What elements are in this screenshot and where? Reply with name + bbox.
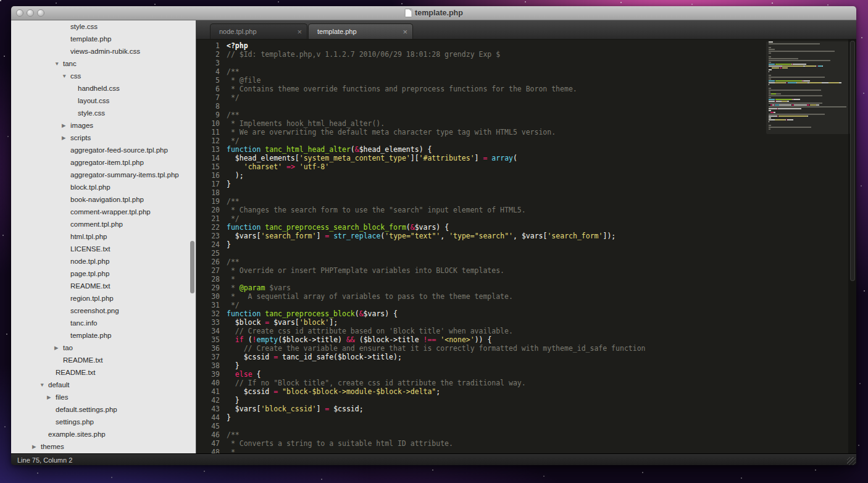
code-line[interactable]: 10 * Implements hook_html_head_alter(). bbox=[196, 119, 856, 128]
code-line[interactable]: 37 $cssid = tanc_id_safe($block->title); bbox=[196, 353, 856, 361]
tree-item-file[interactable]: html.tpl.php bbox=[11, 230, 196, 243]
disclosure-open-icon[interactable]: ▼ bbox=[54, 57, 63, 70]
tree-item-folder[interactable]: ▶files bbox=[11, 391, 196, 403]
code-line[interactable]: 26/** bbox=[196, 258, 856, 266]
tree-item-folder[interactable]: ▶scripts bbox=[11, 132, 196, 144]
close-tab-icon[interactable]: × bbox=[393, 24, 407, 40]
code-line[interactable]: 11 * We are overwriting the default meta… bbox=[196, 128, 856, 136]
code-line[interactable]: 30 * A sequential array of variables to … bbox=[196, 292, 856, 301]
tree-item-file[interactable]: aggregator-summary-items.tpl.php bbox=[11, 169, 196, 181]
code-line[interactable]: 8 bbox=[196, 102, 856, 111]
code-line[interactable]: 27 * Override or insert PHPTemplate vari… bbox=[196, 266, 856, 275]
tree-item-file[interactable]: comment.tpl.php bbox=[11, 218, 196, 230]
code-line[interactable]: 13function tanc_html_head_alter(&$head_e… bbox=[196, 145, 856, 154]
code-line[interactable]: 14 $head_elements['system_meta_content_t… bbox=[196, 154, 856, 162]
tree-item-file[interactable]: tanc.info bbox=[11, 317, 196, 329]
tree-item-folder[interactable]: ▶tao bbox=[11, 342, 196, 354]
code-line[interactable]: 5 * @file bbox=[196, 76, 856, 85]
tree-item-file[interactable]: README.txt bbox=[11, 366, 196, 379]
close-tab-icon[interactable]: × bbox=[287, 24, 302, 40]
code-line[interactable]: 21 */ bbox=[196, 214, 856, 223]
code-line[interactable]: 35 if (!empty($block->title) && ($block-… bbox=[196, 335, 856, 344]
disclosure-closed-icon[interactable]: ▶ bbox=[62, 119, 70, 132]
code-line[interactable]: 4/** bbox=[196, 67, 856, 76]
tree-item-file[interactable]: views-admin-rubik.css bbox=[11, 45, 196, 57]
close-button[interactable] bbox=[16, 9, 23, 17]
code-line[interactable]: 16 ); bbox=[196, 171, 856, 180]
code-line[interactable]: 44} bbox=[196, 413, 856, 422]
tree-item-file[interactable]: page.tpl.php bbox=[11, 267, 196, 280]
code-line[interactable]: 43 $vars['block_cssid'] = $cssid; bbox=[196, 405, 856, 413]
code-line[interactable]: 40 // If no "Block title", create css id… bbox=[196, 379, 856, 387]
tree-item-file[interactable]: screenshot.png bbox=[11, 304, 196, 317]
disclosure-open-icon[interactable]: ▼ bbox=[40, 379, 48, 391]
disclosure-closed-icon[interactable]: ▶ bbox=[54, 342, 63, 354]
editor-scrollbar-thumb[interactable] bbox=[850, 41, 855, 281]
code-line[interactable]: 32function tanc_preprocess_block(&$vars)… bbox=[196, 309, 856, 318]
tree-item-file[interactable]: style.css bbox=[11, 20, 196, 33]
code-line[interactable]: 38 } bbox=[196, 361, 856, 370]
disclosure-closed-icon[interactable]: ▶ bbox=[32, 440, 41, 453]
tree-item-file[interactable]: default.settings.php bbox=[11, 403, 196, 416]
zoom-button[interactable] bbox=[37, 9, 44, 17]
code-line[interactable]: 46/** bbox=[196, 430, 856, 439]
code-line[interactable]: 12 */ bbox=[196, 136, 856, 145]
tree-item-file[interactable]: template.php bbox=[11, 33, 196, 45]
minimize-button[interactable] bbox=[27, 9, 34, 17]
tree-item-file[interactable]: layout.css bbox=[11, 94, 196, 107]
tree-item-file[interactable]: style.css bbox=[11, 107, 196, 119]
code-line[interactable]: 9/** bbox=[196, 111, 856, 119]
code-line[interactable]: 18 bbox=[196, 188, 856, 197]
sidebar-scrollbar-thumb[interactable] bbox=[190, 241, 194, 293]
code-line[interactable]: 42 } bbox=[196, 396, 856, 405]
code-line[interactable]: 3 bbox=[196, 59, 856, 67]
tree-item-file[interactable]: book-navigation.tpl.php bbox=[11, 193, 196, 206]
window-titlebar[interactable]: template.php bbox=[11, 6, 856, 20]
tree-item-file[interactable]: README.txt bbox=[11, 280, 196, 292]
code-line[interactable]: 15 'charset' => 'utf-8' bbox=[196, 162, 856, 171]
code-line[interactable]: 6 * Contains theme override functions an… bbox=[196, 85, 856, 93]
editor-tab[interactable]: template.php× bbox=[308, 23, 413, 39]
code-line[interactable]: 29 * @param $vars bbox=[196, 284, 856, 292]
tree-item-file[interactable]: example.sites.php bbox=[11, 428, 196, 440]
resize-grip[interactable] bbox=[847, 457, 856, 465]
code-line[interactable]: 33 $block = $vars['block']; bbox=[196, 318, 856, 327]
code-line[interactable]: 22function tanc_preprocess_search_block_… bbox=[196, 223, 856, 232]
disclosure-open-icon[interactable]: ▼ bbox=[62, 70, 70, 82]
code-line[interactable]: 23 $vars['search_form'] = str_replace('t… bbox=[196, 232, 856, 240]
code-line[interactable]: 25 bbox=[196, 249, 856, 258]
tree-item-folder[interactable]: ▶images bbox=[11, 119, 196, 132]
code-line[interactable]: 36 // Create the variable and ensure tha… bbox=[196, 344, 856, 353]
disclosure-closed-icon[interactable]: ▶ bbox=[47, 391, 56, 403]
code-line[interactable]: 24} bbox=[196, 240, 856, 249]
tree-item-file[interactable]: comment-wrapper.tpl.php bbox=[11, 206, 196, 218]
tree-item-file[interactable]: settings.php bbox=[11, 416, 196, 428]
code-line[interactable]: 2// $Id: template.php,v 1.1.2.7 2010/06/… bbox=[196, 50, 856, 59]
code-line[interactable]: 41 $cssid = "block-$block->module-$block… bbox=[196, 387, 856, 396]
editor-scrollbar[interactable] bbox=[848, 40, 856, 453]
editor-tab[interactable]: node.tpl.php× bbox=[210, 23, 307, 39]
code-line[interactable]: 19/** bbox=[196, 197, 856, 206]
tree-item-file[interactable]: LICENSE.txt bbox=[11, 243, 196, 255]
tree-item-folder[interactable]: ▼css bbox=[11, 70, 196, 82]
code-line[interactable]: 47 * Converts a string to a suitable htm… bbox=[196, 439, 856, 448]
disclosure-closed-icon[interactable]: ▶ bbox=[62, 132, 70, 144]
tree-item-file[interactable]: README.txt bbox=[11, 354, 196, 366]
minimap[interactable] bbox=[769, 41, 848, 130]
code-line[interactable]: 20 * Changes the search form to use the … bbox=[196, 206, 856, 214]
tree-item-folder[interactable]: ▶themes bbox=[11, 440, 196, 453]
tree-item-file[interactable]: template.php bbox=[11, 329, 196, 342]
tree-item-file[interactable]: handheld.css bbox=[11, 82, 196, 94]
tree-item-file[interactable]: aggregator-item.tpl.php bbox=[11, 156, 196, 169]
code-line[interactable]: 1<?php bbox=[196, 41, 856, 50]
code-line[interactable]: 48 * bbox=[196, 448, 856, 453]
tree-item-file[interactable]: aggregator-feed-source.tpl.php bbox=[11, 144, 196, 156]
code-line[interactable]: 39 else { bbox=[196, 370, 856, 379]
code-line[interactable]: 31 */ bbox=[196, 301, 856, 309]
code-line[interactable]: 28 * bbox=[196, 275, 856, 284]
tree-item-file[interactable]: region.tpl.php bbox=[11, 292, 196, 304]
code-line[interactable]: 45 bbox=[196, 422, 856, 430]
tree-item-file[interactable]: node.tpl.php bbox=[11, 255, 196, 267]
code-line[interactable]: 7 */ bbox=[196, 93, 856, 102]
code-line[interactable]: 34 // Create css id attribute based on '… bbox=[196, 327, 856, 335]
